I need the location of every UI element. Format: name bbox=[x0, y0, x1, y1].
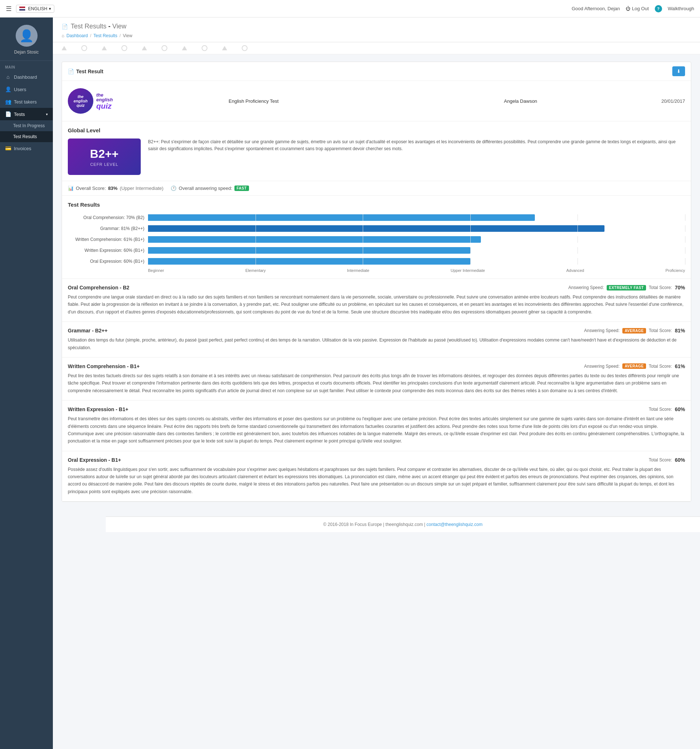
axis-label-advanced: Advanced bbox=[566, 268, 584, 273]
section-title: Oral Comprehension - B2 bbox=[68, 285, 129, 290]
logout-button[interactable]: ⏻ Log Out bbox=[626, 6, 649, 11]
sidebar-item-users[interactable]: 👤 Users bbox=[0, 83, 53, 95]
breadcrumb-dashboard[interactable]: Dashboard bbox=[66, 33, 88, 38]
section-title: Oral Expression - B1+ bbox=[68, 457, 121, 463]
users-icon: 👥 bbox=[5, 99, 11, 105]
chart-axis-labels: Beginner Elementary Intermediate Upper I… bbox=[148, 268, 685, 273]
breadcrumb: ⌂ Dashboard / Test Results / View bbox=[61, 33, 691, 38]
chart-row: Oral Expression: 60% (B1+) bbox=[68, 257, 685, 265]
sidebar: 👤 Dejan Stosic MAIN ⌂ Dashboard 👤 Users … bbox=[0, 17, 53, 749]
result-sections: Oral Comprehension - B2 Answering Speed:… bbox=[62, 279, 691, 501]
axis-label-elementary: Elementary bbox=[245, 268, 266, 273]
result-section-header: Written Expression - B1+ Total Score: 60… bbox=[68, 407, 685, 412]
section-meta: Total Score: 60% bbox=[649, 457, 685, 463]
chart-bar bbox=[148, 225, 605, 232]
page-title-row: 📄 Test Results - View bbox=[61, 23, 691, 30]
invoice-icon: 💳 bbox=[5, 145, 11, 151]
sidebar-item-dashboard[interactable]: ⌂ Dashboard bbox=[0, 71, 53, 83]
deco-item-1 bbox=[61, 46, 67, 50]
axis-label-intermediate: Intermediate bbox=[347, 268, 369, 273]
sidebar-item-tests[interactable]: 📄 Tests ▾ bbox=[0, 108, 53, 120]
deco-item-9 bbox=[222, 46, 227, 50]
logo-circle: theenglishquiz bbox=[68, 88, 93, 114]
footer: © 2016-2018 In Focus Europe | theenglish… bbox=[106, 517, 700, 532]
axis-label-proficiency: Proficiency bbox=[665, 268, 685, 273]
result-section-grammar: Grammar - B2++ Answering Speed: AVERAGE … bbox=[62, 322, 691, 358]
breadcrumb-test-results[interactable]: Test Results bbox=[93, 33, 117, 38]
deco-circle-5 bbox=[242, 45, 248, 51]
chart-bar-area bbox=[148, 214, 685, 221]
sidebar-item-test-in-progress[interactable]: Test In Progress bbox=[0, 120, 53, 131]
section-title: Written Comprehension - B1+ bbox=[68, 363, 139, 369]
language-label: ENGLISH bbox=[28, 6, 47, 11]
result-info-row: theenglishquiz the english quiz English … bbox=[62, 81, 691, 121]
result-section-written-comprehension: Written Comprehension - B1+ Answering Sp… bbox=[62, 358, 691, 400]
chart-title: Test Results bbox=[68, 202, 685, 208]
chart-section: Test Results Oral Comprehension: 70% (B2… bbox=[62, 196, 691, 279]
total-score-value: 70% bbox=[675, 285, 685, 290]
main-content: 📄 Test Results - View ⌂ Dashboard / Test… bbox=[53, 17, 700, 749]
axis-label-upper-intermediate: Upper Intermediate bbox=[450, 268, 485, 273]
section-meta: Answering Speed: AVERAGE Total Score: 61… bbox=[584, 363, 685, 369]
axis-label-beginner: Beginner bbox=[148, 268, 164, 273]
sidebar-item-test-results[interactable]: Test Results bbox=[0, 131, 53, 142]
card-title: 📄 Test Result bbox=[68, 69, 103, 74]
total-score-value: 61% bbox=[675, 363, 685, 369]
sidebar-label-tests: Tests bbox=[14, 112, 25, 117]
logo-text: the english quiz bbox=[96, 93, 113, 110]
section-description: Peut lire des textes factuels directs su… bbox=[68, 372, 685, 394]
chart-row: Oral Comprehension: 70% (B2) bbox=[68, 214, 685, 222]
help-button[interactable]: ? bbox=[655, 5, 662, 12]
total-score-value: 81% bbox=[675, 328, 685, 333]
level-description: B2++: Peut s'exprimer de façon claire et… bbox=[148, 139, 685, 152]
logo-circle-text: theenglishquiz bbox=[74, 95, 88, 107]
deco-item-3 bbox=[102, 46, 107, 50]
level-label: CEFR LEVEL bbox=[90, 162, 118, 167]
result-section-written-expression: Written Expression - B1+ Total Score: 60… bbox=[62, 400, 691, 451]
answering-speed: 🕐 Overall answering speed: FAST bbox=[171, 185, 249, 191]
us-flag-icon bbox=[19, 6, 25, 11]
walkthrough-button[interactable]: Walkthrough bbox=[668, 6, 694, 11]
logo-line2: english bbox=[96, 97, 113, 102]
chart-bar bbox=[148, 214, 535, 221]
chart-row-label: Written Expression: 60% (B1+) bbox=[68, 248, 148, 253]
deco-circle-3 bbox=[161, 45, 167, 51]
section-description: Peut comprendre une langue orale standar… bbox=[68, 293, 685, 316]
deco-circle-4 bbox=[202, 45, 207, 51]
chart-row: Grammar: 81% (B2++) bbox=[68, 225, 685, 232]
logo-line1: the bbox=[96, 93, 113, 97]
content-area: 📄 Test Result ⬇ theenglishquiz the engli… bbox=[53, 54, 700, 517]
global-level-title: Global Level bbox=[68, 127, 685, 133]
language-selector[interactable]: ENGLISH ▾ bbox=[16, 5, 54, 13]
answering-speed-label: Answering Speed: bbox=[584, 328, 619, 333]
download-button[interactable]: ⬇ bbox=[672, 66, 685, 76]
section-description: Possède assez d'outils linguistiques pou… bbox=[68, 466, 685, 496]
test-result-card: 📄 Test Result ⬇ theenglishquiz the engli… bbox=[61, 61, 691, 502]
top-navigation: ☰ ENGLISH ▾ Good Afternoon, Dejan ⏻ Log … bbox=[0, 0, 700, 17]
chart-bar-area bbox=[148, 258, 685, 264]
sidebar-label-test-takers: Test takers bbox=[14, 99, 37, 105]
card-header: 📄 Test Result ⬇ bbox=[62, 62, 691, 81]
sidebar-item-test-takers[interactable]: 👥 Test takers bbox=[0, 95, 53, 108]
section-meta: Total Score: 60% bbox=[649, 407, 685, 412]
speed-badge: FAST bbox=[234, 185, 249, 191]
footer-email[interactable]: contact@theenglishquiz.com bbox=[427, 522, 483, 527]
chart-row-label: Grammar: 81% (B2++) bbox=[68, 226, 148, 231]
sidebar-item-invoices[interactable]: 💳 Invoices bbox=[0, 142, 53, 154]
deco-triangle-2 bbox=[102, 46, 107, 50]
overall-score: 📊 Overall Score: 83% (Upper Intermediate… bbox=[68, 185, 163, 191]
deco-triangle-1 bbox=[61, 46, 67, 50]
result-section-header: Oral Comprehension - B2 Answering Speed:… bbox=[68, 285, 685, 290]
avatar: 👤 bbox=[16, 25, 38, 47]
chart-row-label: Written Comprehension: 61% (B1+) bbox=[68, 237, 148, 242]
document-icon: 📄 bbox=[5, 111, 11, 117]
total-score-label: Total Score: bbox=[649, 407, 672, 412]
deco-item-4 bbox=[121, 45, 127, 51]
avatar-icon: 👤 bbox=[19, 29, 34, 43]
sidebar-section-main: MAIN bbox=[0, 61, 53, 71]
section-title: Grammar - B2++ bbox=[68, 328, 107, 333]
sidebar-profile: 👤 Dejan Stosic bbox=[0, 17, 53, 61]
speed-badge: EXTREMELY FAST bbox=[607, 285, 646, 290]
hamburger-menu[interactable]: ☰ bbox=[6, 5, 12, 13]
result-section-oral-expression: Oral Expression - B1+ Total Score: 60% P… bbox=[62, 451, 691, 502]
